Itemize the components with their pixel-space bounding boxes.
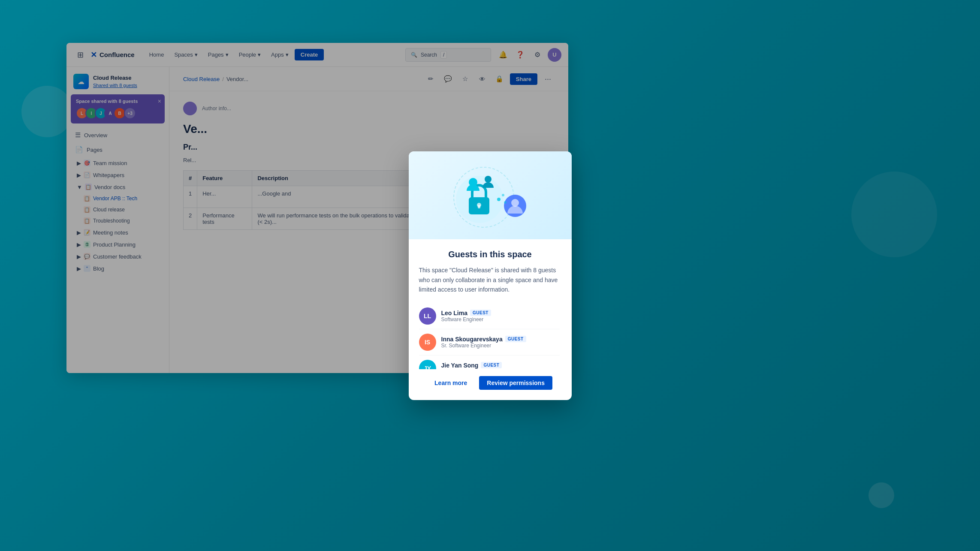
modal-description: This space "Cloud Release" is shared wit… <box>419 265 561 294</box>
guest-role-leo: Software Engineer <box>441 316 491 322</box>
modal-overlay: Guests in this space This space "Cloud R… <box>0 0 980 551</box>
guest-name-leo: Leo Lima GUEST <box>441 310 491 316</box>
guest-list-item: IS Inna Skougarevskaya GUEST Sr. Softwar… <box>419 329 560 355</box>
guest-info: Leo Lima GUEST Software Engineer <box>441 310 491 322</box>
guest-role-jie: Technical Writer <box>441 369 502 369</box>
guest-name-inna: Inna Skougarevskaya GUEST <box>441 336 526 343</box>
svg-point-10 <box>502 194 504 196</box>
guest-name-jie: Jie Yan Song GUEST <box>441 362 502 369</box>
svg-point-11 <box>504 201 507 204</box>
guest-tag-2: GUEST <box>481 362 502 368</box>
svg-point-9 <box>497 198 501 201</box>
guest-info-inna: Inna Skougarevskaya GUEST Sr. Software E… <box>441 336 526 349</box>
svg-rect-4 <box>478 205 480 208</box>
modal: Guests in this space This space "Cloud R… <box>409 151 572 400</box>
modal-svg <box>443 159 537 232</box>
guest-list-item: LL Leo Lima GUEST Software Engineer <box>419 303 560 329</box>
svg-point-8 <box>511 199 519 207</box>
modal-body: Guests in this space This space "Cloud R… <box>409 239 572 369</box>
guest-list-item: JY Jie Yan Song GUEST Technical Writer <box>419 355 560 369</box>
guest-avatar-jie: JY <box>419 360 436 369</box>
svg-point-6 <box>485 176 492 183</box>
learn-more-button[interactable]: Learn more <box>428 376 474 390</box>
guest-role-inna: Sr. Software Engineer <box>441 343 526 349</box>
guest-tag-0: GUEST <box>470 310 491 316</box>
guest-info-jie: Jie Yan Song GUEST Technical Writer <box>441 362 502 369</box>
guest-tag-1: GUEST <box>505 336 526 342</box>
guest-avatar-inna: IS <box>419 334 436 351</box>
review-permissions-button[interactable]: Review permissions <box>479 376 552 390</box>
guest-list: LL Leo Lima GUEST Software Engineer IS <box>419 303 561 369</box>
modal-title: Guests in this space <box>419 250 561 259</box>
modal-footer: Learn more Review permissions <box>409 369 572 400</box>
modal-illustration <box>409 151 572 240</box>
guest-avatar-leo: LL <box>419 307 436 325</box>
